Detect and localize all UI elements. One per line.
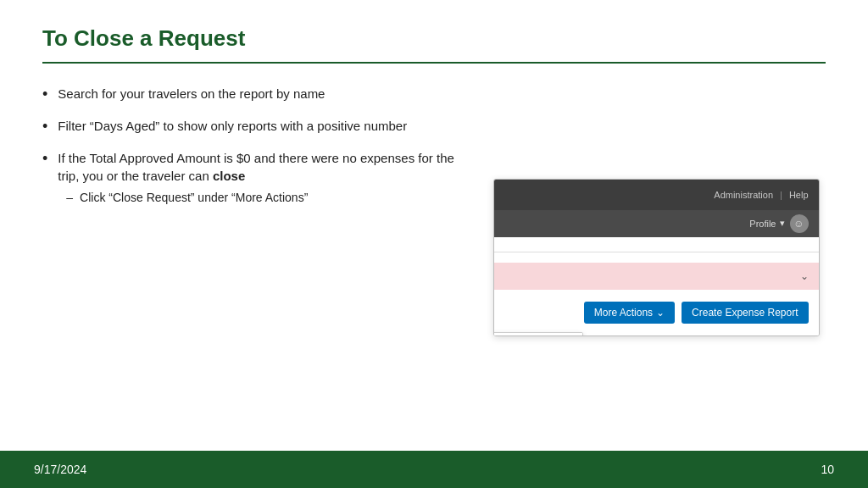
sc-dropdown-menu: Copy Request Cancel Request Close Reques… (493, 332, 584, 336)
sc-profile-label: Profile (749, 219, 776, 229)
right-panel: Administration | Help Profile ▾ ☺ (487, 80, 826, 434)
bullet-1-text: Search for your travelers on the report … (58, 85, 325, 103)
bullet-3-text: If the Total Approved Amount is $0 and t… (58, 151, 454, 183)
bullet-3-content: If the Total Approved Amount is $0 and t… (58, 149, 461, 207)
bullet-list: Search for your travelers on the report … (42, 85, 461, 219)
sc-actions-row: More Actions ⌄ Copy Request Cancel Reque… (494, 293, 819, 329)
sc-whitespace (494, 237, 819, 252)
footer-page: 10 (821, 463, 834, 476)
sc-subbar: Profile ▾ ☺ (494, 210, 819, 237)
screenshot-box: Administration | Help Profile ▾ ☺ (493, 179, 820, 336)
sc-help-text: Help (789, 190, 809, 200)
sc-topbar: Administration | Help (494, 180, 819, 210)
footer-date: 9/17/2024 (34, 463, 86, 476)
avatar: ☺ (790, 214, 809, 233)
bullet-item-3: If the Total Approved Amount is $0 and t… (42, 149, 461, 207)
title-divider (42, 62, 826, 64)
bullet-3-bold: close (213, 169, 245, 183)
sub-item-1-text: Click “Close Request” under “More Action… (80, 190, 308, 207)
more-actions-button[interactable]: More Actions ⌄ (584, 302, 675, 324)
sc-pink-row: ⌄ (494, 263, 819, 290)
bullet-item-2: Filter “Days Aged” to show only reports … (42, 117, 461, 137)
slide-footer: 9/17/2024 10 (0, 451, 868, 488)
dropdown-item-copy[interactable]: Copy Request (493, 333, 583, 336)
sc-chevron-icon: ⌄ (800, 270, 809, 282)
sc-separator: | (780, 190, 782, 200)
bullet-item-1: Search for your travelers on the report … (42, 85, 461, 105)
slide-title: To Close a Request (42, 25, 826, 52)
more-actions-label: More Actions (594, 307, 653, 319)
more-actions-chevron-icon: ⌄ (656, 307, 665, 319)
bullet-2-text: Filter “Days Aged” to show only reports … (58, 117, 407, 135)
sub-item-1: Click “Close Request” under “More Action… (58, 190, 461, 207)
sc-profile-btn[interactable]: Profile ▾ (749, 218, 784, 229)
main-area: Search for your travelers on the report … (42, 80, 826, 434)
more-actions-container: More Actions ⌄ Copy Request Cancel Reque… (584, 302, 675, 324)
sc-profile-chevron: ▾ (780, 218, 785, 229)
create-expense-report-button[interactable]: Create Expense Report (682, 302, 808, 324)
sub-list: Click “Close Request” under “More Action… (58, 190, 461, 207)
sc-content-area: ⌄ More Actions ⌄ Copy Request (494, 252, 819, 336)
sc-admin-text: Administration (714, 190, 773, 200)
left-panel: Search for your travelers on the report … (42, 80, 461, 434)
